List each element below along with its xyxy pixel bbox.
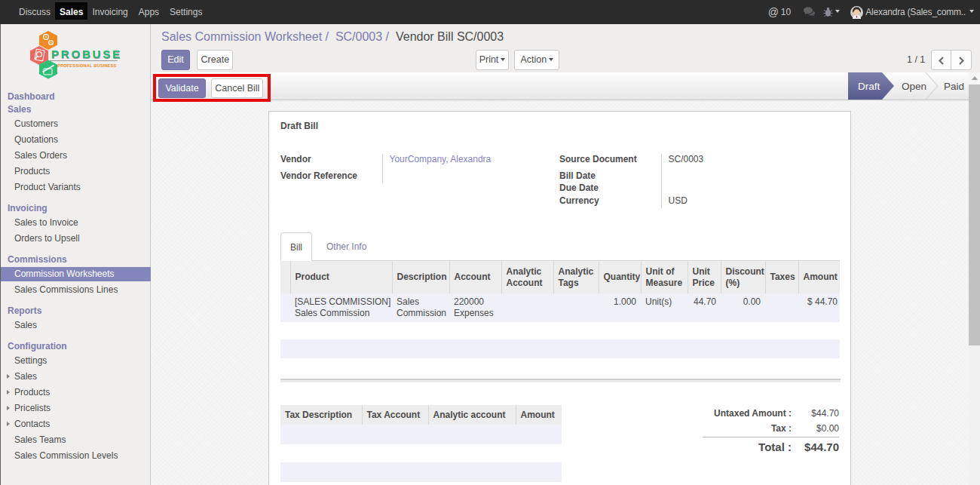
svg-text:Open: Open	[902, 81, 926, 92]
svg-text:PROFESSIONAL BUSINESS: PROFESSIONAL BUSINESS	[57, 63, 116, 68]
svg-text:Paid: Paid	[944, 81, 964, 92]
svg-text:PROBUSE: PROBUSE	[51, 48, 122, 60]
svg-text:Draft: Draft	[858, 81, 880, 92]
